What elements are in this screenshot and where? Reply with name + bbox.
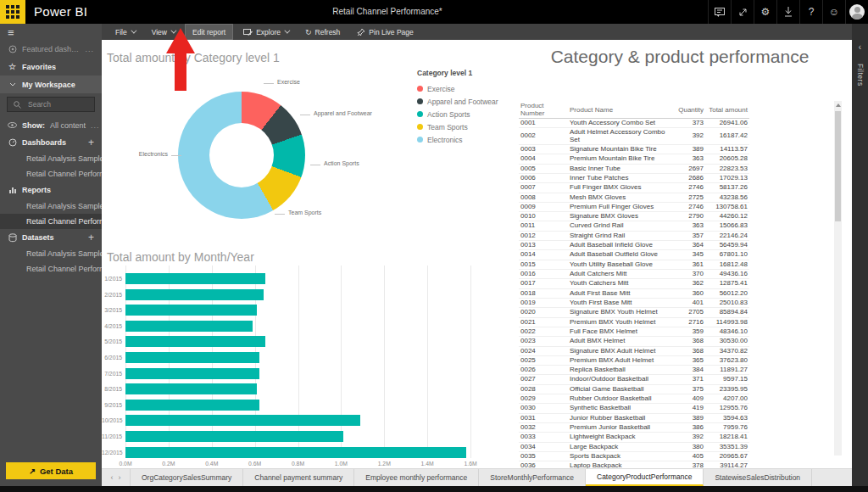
sidebar-item-datasets-retail-channel-performan[interactable]: Retail Channel Performan... xyxy=(0,261,102,277)
table-row[interactable]: 0002Adult Helmet Accessory Combo Set3921… xyxy=(519,128,749,145)
table-row[interactable]: 0031Junior Rubber Basketball3893594.63 xyxy=(519,413,749,422)
table-row[interactable]: 0010Signature BMX Gloves279044260.12 xyxy=(519,212,749,221)
table-row[interactable]: 0005Basic Inner Tube269722823.53 xyxy=(519,164,749,173)
table-row[interactable]: 0024Signature BMX Adult Helmet36834370.8… xyxy=(519,346,749,355)
donut-chart[interactable] xyxy=(178,92,305,219)
col-header-quantity[interactable]: Quantity xyxy=(673,101,705,119)
sidebar-item-reports-retail-channel-performan[interactable]: Retail Channel Performan... xyxy=(0,214,102,229)
table-row[interactable]: 0036Laptop Backpack37839114.27 xyxy=(519,461,749,468)
bar-3-2015[interactable] xyxy=(125,305,257,316)
file-menu[interactable]: File xyxy=(108,24,142,40)
show-filter-row[interactable]: Show: All content ... xyxy=(0,116,102,134)
help-icon[interactable]: ? xyxy=(799,0,822,24)
search-input[interactable] xyxy=(26,99,94,109)
sidebar-item-reports-retail-analysis-sample[interactable]: Retail Analysis Sample xyxy=(0,198,102,214)
tab-next-icon[interactable]: › xyxy=(119,473,121,482)
table-row[interactable]: 0016Adult Catchers Mitt37049436.16 xyxy=(519,270,749,279)
table-row[interactable]: 0032Premium Junior Basketball3867959.76 xyxy=(519,423,749,433)
refresh-button[interactable]: ↻ Refresh xyxy=(298,24,347,40)
bar-11-2015[interactable] xyxy=(125,431,343,442)
bar-4-2015[interactable] xyxy=(125,321,253,332)
sidebar-section-reports[interactable]: Reports xyxy=(0,182,102,198)
table-row[interactable]: 0033Lightweight Backpack39218218.41 xyxy=(519,433,749,442)
table-row[interactable]: 0013Adult Baseball Infield Glove36456459… xyxy=(519,241,749,250)
table-row[interactable]: 0020Signature BMX Youth Helmet270585894.… xyxy=(519,308,749,317)
tab-channel-payment-summary[interactable]: Channel payment summary xyxy=(243,469,354,486)
bar-1-2015[interactable] xyxy=(125,273,265,284)
waffle-menu-icon[interactable] xyxy=(0,0,25,24)
sidebar-item-favorites[interactable]: ☆ Favorites xyxy=(0,58,102,75)
download-icon[interactable] xyxy=(776,0,799,24)
table-row[interactable]: 0021Premium BMX Youth Helmet2716114993.9… xyxy=(519,317,749,327)
table-row[interactable]: 0015Youth Utility Baseball Glove36116812… xyxy=(519,260,749,269)
bar-6-2015[interactable] xyxy=(125,352,259,363)
table-scrollbar[interactable] xyxy=(834,101,842,456)
tab-prev-icon[interactable]: ‹ xyxy=(111,473,114,482)
bar-8-2015[interactable] xyxy=(125,383,257,394)
add-icon[interactable]: + xyxy=(88,137,94,148)
expand-icon[interactable] xyxy=(731,0,754,24)
add-icon[interactable]: + xyxy=(88,232,94,243)
tab-employee-monthly-performance[interactable]: Employee monthly performance xyxy=(354,469,479,486)
sidebar-item-datasets-retail-analysis-sample[interactable]: Retail Analysis Sample xyxy=(0,246,102,261)
table-row[interactable]: 0011Curved Grind Rail36315066.83 xyxy=(519,221,749,231)
table-row[interactable]: 0027Indoor/Outdoor Basketball3719597.15 xyxy=(519,375,749,384)
bar-12-2015[interactable] xyxy=(125,447,466,458)
collapse-chevron-icon[interactable]: ‹ xyxy=(859,42,861,52)
table-row[interactable]: 0001Youth Accessory Combo Set37326941.06 xyxy=(519,119,749,128)
tab-storemonthlyperformance[interactable]: StoreMonthlyPerformance xyxy=(479,469,586,486)
table-row[interactable]: 0029Rubber Outdoor Basketball4094207.00 xyxy=(519,394,749,404)
more-options-icon[interactable]: ... xyxy=(85,45,94,53)
table-row[interactable]: 0030Synthetic Basketball41912955.76 xyxy=(519,404,749,413)
sidebar-item-featured-dashboard[interactable]: Featured dashboard ... xyxy=(0,40,102,58)
settings-gear-icon[interactable]: ⚙ xyxy=(754,0,776,24)
table-row[interactable]: 0035Sports Backpack40520965.67 xyxy=(519,451,749,461)
sidebar-item-dashboards-retail-channel-performan[interactable]: Retail Channel Performan... xyxy=(0,166,102,182)
table-row[interactable]: 0017Youth Catchers Mitt36212875.41 xyxy=(519,279,749,288)
explore-menu[interactable]: Explore xyxy=(236,24,295,40)
legend-item-action-sports[interactable]: Action Sports xyxy=(417,108,498,120)
table-row[interactable]: 0028Official Game Basketball37523395.95 xyxy=(519,384,749,394)
sidebar-section-datasets[interactable]: Datasets+ xyxy=(0,229,102,246)
table-row[interactable]: 0006Inner Tube Patches268617029.13 xyxy=(519,173,749,182)
legend-item-team-sports[interactable]: Team Sports xyxy=(417,120,498,133)
get-data-button[interactable]: ↗ Get Data xyxy=(6,462,96,479)
comment-icon[interactable] xyxy=(708,0,731,24)
table-row[interactable]: 0004Premium Mountain Bike Tire36320605.2… xyxy=(519,154,749,164)
edit-report-button[interactable]: Edit report xyxy=(185,24,233,40)
table-row[interactable]: 0026Replica Basketball38411891.27 xyxy=(519,366,749,375)
bar-9-2015[interactable] xyxy=(125,400,259,411)
sidebar-item-dashboards-retail-analysis-sample[interactable]: Retail Analysis Sample xyxy=(0,151,102,166)
tab-orgcategorysalessummary[interactable]: OrgCategorySalesSummary xyxy=(131,469,243,486)
bar-2-2015[interactable] xyxy=(125,289,264,300)
table-row[interactable]: 0034Large Backpack38035351.39 xyxy=(519,442,749,451)
legend-item-electronics[interactable]: Electronics xyxy=(417,133,498,146)
table-row[interactable]: 0012Straight Grind Rail35722146.24 xyxy=(519,231,749,240)
scroll-up-icon[interactable] xyxy=(836,103,841,107)
table-row[interactable]: 0019Youth First Base Mitt40125010.83 xyxy=(519,298,749,307)
table-row[interactable]: 0008Mesh BMX Gloves272543238.56 xyxy=(519,193,749,202)
sidebar-item-my-workspace[interactable]: My Workspace xyxy=(0,75,102,93)
tab-statewisesalesdistribution[interactable]: StatewiseSalesDistribution xyxy=(704,469,812,486)
col-header-product-name[interactable]: Product Name xyxy=(568,101,673,119)
hamburger-menu-icon[interactable]: ≡ xyxy=(0,24,102,40)
table-row[interactable]: 0018Adult First Base Mitt36056012.20 xyxy=(519,288,749,298)
table-row[interactable]: 0025Premium BMX Adult Helmet36537623.80 xyxy=(519,355,749,365)
view-menu[interactable]: View xyxy=(145,24,181,40)
bar-7-2015[interactable] xyxy=(125,368,259,379)
tab-categoryproductperformance[interactable]: CategoryProductPerformance xyxy=(586,469,704,486)
col-header-total-amount[interactable]: Total amount xyxy=(705,101,749,119)
account-button[interactable] xyxy=(845,0,868,24)
bar-10-2015[interactable] xyxy=(125,415,360,426)
smiley-feedback-icon[interactable]: ☺ xyxy=(822,0,845,24)
table-row[interactable]: 0003Signature Mountain Bike Tire38914113… xyxy=(519,144,749,154)
table-row[interactable]: 0007Full Finger BMX Gloves274658137.26 xyxy=(519,183,749,193)
table-row[interactable]: 0014Adult Baseball Outfield Glove3456780… xyxy=(519,250,749,260)
more-options-icon[interactable]: ... xyxy=(91,121,100,130)
pin-live-page-button[interactable]: Pin Live Page xyxy=(350,24,420,40)
scroll-thumb[interactable] xyxy=(835,111,841,221)
tab-nav-arrows[interactable]: ‹ › xyxy=(102,469,131,486)
bar-5-2015[interactable] xyxy=(125,336,265,347)
table-row[interactable]: 0009Premium Full Finger Gloves2746130758… xyxy=(519,202,749,211)
table-row[interactable]: 0023Adult BMX Helmet36830530.00 xyxy=(519,337,749,346)
